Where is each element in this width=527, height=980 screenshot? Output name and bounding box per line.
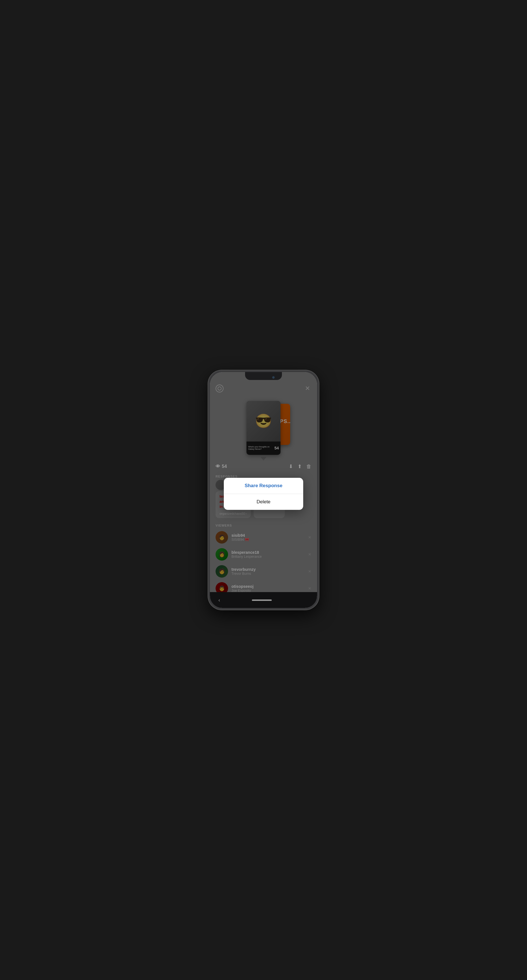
phone-camera: [272, 376, 275, 379]
phone-frame: ✕ WHOOPS... 👁 5 😎 What's your though: [208, 370, 319, 610]
modal-dialog: Share Response Delete: [224, 478, 303, 510]
delete-option[interactable]: Delete: [224, 494, 303, 510]
screen-content: ✕ WHOOPS... 👁 5 😎 What's your though: [210, 372, 317, 608]
share-response-option[interactable]: Share Response: [224, 478, 303, 494]
phone-notch: [245, 372, 282, 380]
screen: ✕ WHOOPS... 👁 5 😎 What's your though: [210, 372, 317, 608]
